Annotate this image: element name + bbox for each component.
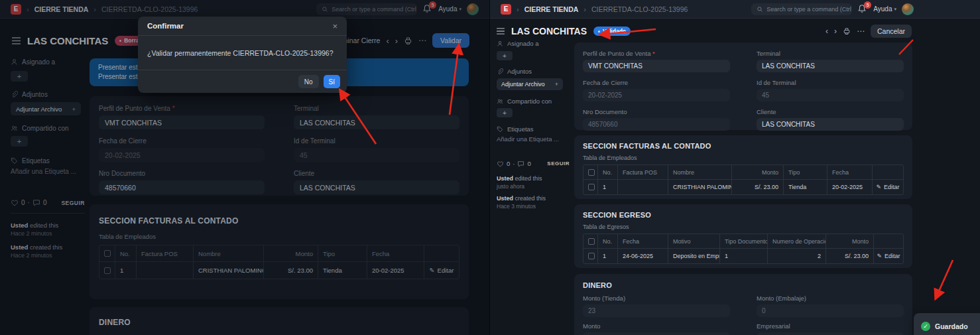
navbar: E › CIERRE TIENDA › CIERRETDA-CLO-2025-1… — [490, 0, 980, 19]
next-doc-button[interactable]: › — [834, 27, 837, 35]
follow-button[interactable]: SEGUIR — [547, 161, 570, 167]
form-field: Cliente LAS CONCHITAS — [757, 108, 904, 131]
form-card: Perfil de Punto de Venta * VMT CONCHITAS… — [574, 42, 912, 130]
plus-icon: + — [555, 81, 558, 88]
breadcrumb-doctype[interactable]: CIERRE TIENDA — [524, 5, 579, 13]
col-monto: Monto — [826, 234, 874, 248]
toast-label: Guardado — [935, 322, 968, 330]
edited-action: edited this — [515, 175, 542, 182]
dialog-footer: No Sí — [138, 70, 347, 93]
app-logo[interactable]: E — [501, 4, 511, 15]
add-assignment-button[interactable]: + — [497, 51, 513, 60]
field-label: Terminal — [757, 50, 904, 57]
attachments-label: Adjuntos — [507, 68, 532, 75]
cancel-button[interactable]: Cancelar — [871, 25, 912, 38]
shared-with-label: Compartido con — [507, 98, 552, 105]
table-row[interactable]: 1 CRISTHIAN PALOMINO ... S/. 23.00 Tiend… — [583, 179, 903, 194]
assigned-to-section: Asignado a — [497, 40, 570, 47]
field-label: Id de Terminal — [757, 79, 904, 86]
help-label: Ayuda — [873, 5, 892, 13]
row-checkbox[interactable] — [588, 184, 595, 190]
created-user: Usted — [497, 195, 513, 202]
search-icon — [757, 6, 763, 13]
field-label: Fecha de Cierre — [583, 79, 730, 86]
terminal-input[interactable]: LAS CONCHITAS — [757, 60, 904, 72]
table-label: Tabla de Empleados — [583, 155, 904, 161]
monto-embalaje-input: 0 — [757, 304, 904, 317]
egresos-table: No. Fecha Motivo Tipo Documento Numero d… — [583, 234, 904, 264]
page-title: LAS CONCHITAS — [511, 26, 587, 36]
row-checkbox[interactable] — [588, 253, 595, 259]
col-monto: Monto — [732, 165, 784, 179]
add-share-button[interactable]: + — [497, 108, 513, 117]
dialog-title: Confirmar — [147, 22, 184, 30]
col-numero-operacion: Numero de Operacion — [768, 234, 826, 248]
cell-fecha: 20-02-2025 — [827, 179, 873, 194]
saved-toast: ✓ Guardado — [914, 313, 980, 335]
field-label: Cliente — [757, 108, 904, 115]
form-field: Empresarial 1 — [757, 322, 904, 335]
cell-tipo-documento: 1 — [720, 248, 768, 263]
field-label: Perfil de Punto de Venta — [583, 50, 650, 57]
table-row[interactable]: 1 24-06-2025 Deposito en Empresarial 1 2… — [583, 248, 903, 263]
tag-icon — [497, 126, 503, 133]
cell-motivo: Deposito en Empresarial — [668, 248, 720, 263]
help-menu[interactable]: Ayuda ▾ — [873, 5, 896, 13]
yes-button[interactable]: Sí — [324, 75, 340, 88]
heart-icon[interactable] — [497, 161, 504, 167]
check-circle-icon: ✓ — [921, 322, 930, 331]
user-avatar[interactable] — [902, 3, 914, 15]
close-date-input: 20-02-2025 — [583, 89, 730, 101]
sidebar-toggle-icon[interactable] — [497, 28, 505, 34]
monto-tienda-input: 23 — [583, 304, 730, 317]
breadcrumb-document[interactable]: CIERRETDA-CLO-2025-13996 — [591, 5, 688, 13]
egreso-section-card: SECCION EGRESO Tabla de Egresos No. Fech… — [574, 204, 912, 268]
no-button[interactable]: No — [298, 75, 319, 88]
select-all-checkbox[interactable] — [588, 169, 595, 176]
search-input[interactable]: Search or type a command (Ctrl + G) — [751, 3, 852, 15]
notification-count-badge: 5 — [864, 1, 871, 9]
breadcrumb-separator: › — [517, 5, 519, 13]
close-icon[interactable]: × — [332, 21, 337, 31]
breadcrumb-separator: › — [583, 5, 586, 13]
form-field: Monto (Embalaje) 0 — [757, 295, 904, 317]
notifications-bell-icon[interactable]: 5 — [857, 4, 868, 15]
col-no: No. — [598, 234, 618, 248]
required-star: * — [652, 50, 655, 57]
monto-input: 23 — [583, 332, 730, 335]
users-icon — [497, 98, 503, 105]
comment-icon[interactable] — [517, 161, 524, 167]
prev-doc-button[interactable]: ‹ — [826, 27, 828, 35]
cell-monto: S/. 23.00 — [732, 179, 784, 194]
document-sidebar: Asignado a + Adjuntos Adjuntar Archivo +… — [497, 40, 570, 210]
section-title: SECCION FACTURAS AL CONTADO — [583, 142, 904, 150]
edit-row-button[interactable]: ✎Editar — [874, 248, 903, 263]
chevron-down-icon: ▾ — [894, 7, 896, 12]
empresarial-input: 1 — [757, 332, 904, 335]
col-no: No. — [598, 165, 618, 179]
pos-profile-input[interactable]: VMT CONCHITAS — [583, 60, 730, 72]
select-all-checkbox[interactable] — [588, 238, 595, 245]
col-fecha: Fecha — [827, 165, 873, 179]
add-tag-input[interactable]: Añadir una Etiqueta ... — [497, 135, 570, 143]
customer-input[interactable]: LAS CONCHITAS — [757, 118, 904, 131]
shared-with-section: Compartido con — [497, 98, 570, 105]
confirm-dialog: Confirmar × ¿Validar permanentemente CIE… — [138, 17, 347, 93]
col-nombre: Nombre — [668, 165, 732, 179]
screenshot-stage: E › CIERRE TIENDA › CIERRETDA-CLO-2025-1… — [0, 0, 980, 335]
attach-file-button[interactable]: Adjuntar Archivo + — [497, 78, 563, 90]
tags-section: Etiquetas — [497, 125, 570, 133]
col-tipo-documento: Tipo Documento — [720, 234, 768, 248]
form-field: Fecha de Cierre 20-02-2025 — [583, 79, 730, 101]
col-factura-pos: Factura POS — [618, 165, 668, 179]
edited-user: Usted — [497, 175, 513, 182]
col-motivo: Motivo — [668, 234, 720, 248]
menu-dots-button[interactable]: ⋯ — [857, 27, 865, 35]
section-title: SECCION EGRESO — [583, 211, 904, 219]
edit-row-button[interactable]: ✎Editar — [873, 179, 903, 194]
created-action: created this — [515, 195, 546, 202]
dinero-section-card: DINERO Monto (Tienda) 23 Monto (Embalaje… — [574, 274, 912, 335]
facturas-section-card: SECCION FACTURAS AL CONTADO Tabla de Emp… — [574, 135, 912, 199]
dialog-header: Confirmar × — [138, 17, 347, 36]
print-icon[interactable] — [843, 27, 851, 35]
